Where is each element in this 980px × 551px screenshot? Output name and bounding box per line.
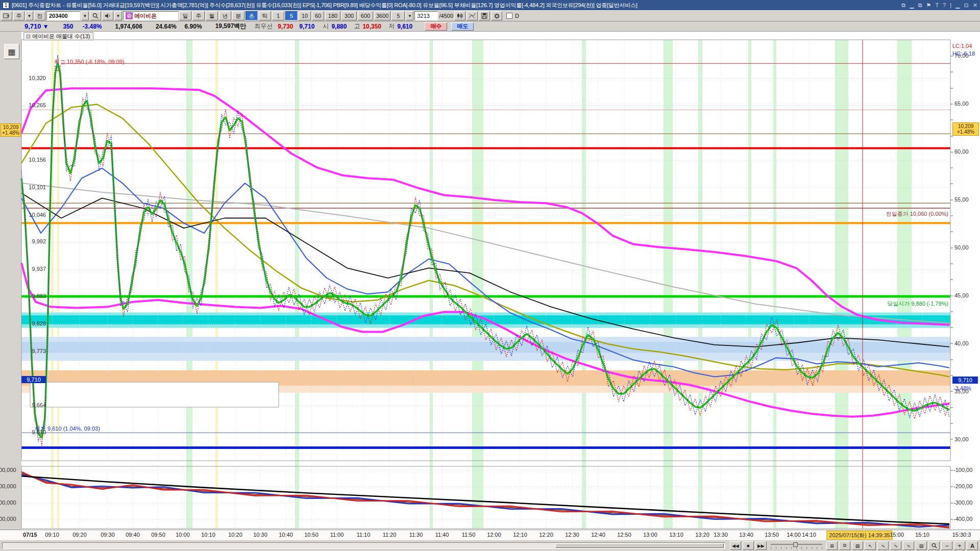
time-axis-label: 11:50 [462,532,476,538]
minimize-line-icon[interactable]: ▁ [910,2,914,9]
stock-code-input[interactable]: 203400 [46,11,80,20]
trendline-tool-button[interactable] [467,11,478,20]
copy-icon[interactable]: ⧉ [918,2,922,9]
zoom-search-button[interactable] [928,541,940,550]
chart-left-margin [0,32,21,530]
step-back-button[interactable]: ◀◀ [730,541,741,550]
candle-style-button[interactable] [454,11,465,20]
zoom-slider-knob[interactable] [793,542,798,547]
font-icon[interactable]: T [935,2,939,8]
period-일-button[interactable]: 일 [179,11,191,20]
linked-window-icon [3,13,10,19]
period-주-button[interactable]: 주 [192,11,205,20]
interval-180-button[interactable]: 180 [325,11,340,20]
interval-3600-button[interactable]: 3600 [374,11,390,20]
sound-alert-button[interactable] [102,11,113,20]
pin-icon[interactable]: ⚑ [926,2,932,9]
trendline-icon [469,13,476,19]
quote-bar: 9,710 ▼ 350 -3.48% 1,974,606 24.64% 6.90… [0,21,980,32]
chart-region[interactable] [0,32,980,530]
stop-button[interactable]: ■ [743,541,754,550]
chart-scrollbar[interactable] [2,542,725,549]
magnifier-icon [932,543,937,548]
time-axis-label: 10:50 [304,532,318,538]
minimize-icon[interactable]: ▁ [955,2,960,9]
text-tool-button[interactable]: A [967,541,978,550]
zoom-in-button[interactable]: ＋ [954,541,965,550]
interval-600-button[interactable]: 600 [358,11,373,20]
change-percent: -3.48% [82,23,102,30]
time-axis-label: 07/15 [23,532,37,538]
jeon-button[interactable]: 전 [34,11,45,20]
wave-tool-2-button[interactable]: ∿ [890,541,901,550]
sell-button[interactable]: 매도 [451,22,474,31]
d-checkbox-label: D [515,13,519,19]
wave-tool-3-button[interactable]: ∿ [903,541,914,550]
best-quote-label: 최우선 [254,22,273,31]
period-년-button[interactable]: 년 [219,11,231,20]
bar-index-input[interactable]: 3213 [414,11,438,20]
count-select-arrow-icon[interactable]: ▼ [406,11,413,20]
sound-alert-arrow-icon[interactable]: ▼ [114,11,122,20]
chart-link-button[interactable] [1,11,12,20]
chart-toolbar: 주 ▼ 전 203400 ▼ ▼ 증 에이비온 일주월년분초틱 15106018… [0,10,980,21]
settings-button[interactable] [491,11,502,20]
gear-icon [494,13,500,19]
time-axis-label: 15:30:3 [952,532,971,538]
interval-1-button[interactable]: 1 [272,11,284,20]
interval-60-button[interactable]: 60 [312,11,324,20]
close-icon[interactable]: ✕ [973,2,977,9]
time-axis-label: 10:00 [176,532,190,538]
new-window-button[interactable]: ⊞ [826,541,838,550]
period-초-button[interactable]: 초 [246,11,258,20]
separator: | [950,2,951,8]
interval-5-button[interactable]: 5 [285,11,298,20]
chart-scrollbar-thumb[interactable] [555,543,724,548]
time-axis-label: 12:30 [565,532,579,538]
time-axis-label: 09:50 [151,532,165,538]
playback-button-group: ◀◀■▶▶ [730,541,767,550]
step-forward-button[interactable]: ▶▶ [755,541,767,550]
save-button[interactable] [479,11,490,20]
current-time-badge: 2025/07/15(화) 14:39:35 [826,531,892,540]
zoom-out-button[interactable]: − [941,541,952,550]
stock-name-field[interactable]: 증 에이비온 [123,11,178,20]
restore-icon[interactable]: ⊡ [964,2,969,9]
period-틱-button[interactable]: 틱 [259,11,271,20]
period-월-button[interactable]: 월 [206,11,218,20]
time-axis-label: 10:20 [228,532,242,538]
time-axis-label: 12:50 [617,532,631,538]
high-price: 10,350 [362,23,381,30]
zoom-slider[interactable] [771,542,822,549]
buy-button[interactable]: 매수 [425,22,447,31]
asset-type-select[interactable]: 주 [13,11,24,20]
interval-10-button[interactable]: 10 [299,11,311,20]
interval-300-button[interactable]: 300 [341,11,357,20]
time-axis-label: 14:10 [802,532,816,538]
cascade-windows-button[interactable]: ⧉ [839,541,850,550]
chart-image-button[interactable]: ▤ [916,541,927,550]
low-label: 저 [388,22,395,31]
period-분-button[interactable]: 분 [232,11,244,20]
d-checkbox[interactable] [506,13,512,19]
time-axis-label: 10:30 [253,532,267,538]
cursor-tool-button[interactable]: ↖ [865,541,876,550]
wave-tool-1-button[interactable]: ∿ [877,541,889,550]
stock-search-button[interactable] [90,11,101,20]
popup-icon[interactable]: ⧉ [901,2,905,9]
asset-type-arrow-icon[interactable]: ▼ [26,11,33,20]
count-select[interactable]: 5 [391,11,405,20]
time-axis-label: 09:10 [45,532,59,538]
time-axis-label: 12:10 [513,532,527,538]
time-axis-label: 09:30 [101,532,115,538]
stock-code-arrow-icon[interactable]: ▼ [81,11,89,20]
grid-view-button[interactable]: ▦ [4,44,19,59]
interval-button-group: 1510601803006003600 [272,11,390,20]
window-controls: ⧉▁⧉⚑T?|▁⊡✕ [901,2,977,9]
chart-indicator-tab[interactable]: 에이비온 매물대 수(13) [23,32,93,40]
stock-name-label: 에이비온 [134,12,157,20]
window-number-badge: 1 [3,2,9,9]
help-icon[interactable]: ? [943,2,946,8]
chart-area-button[interactable]: ▨ [852,541,863,550]
candle-chart-icon [456,13,463,19]
